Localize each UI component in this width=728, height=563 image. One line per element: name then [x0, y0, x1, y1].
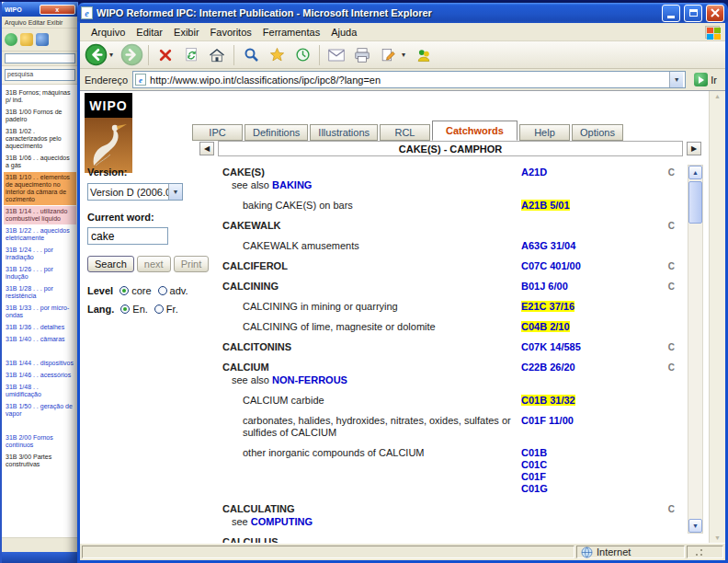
bg-list-item[interactable]: 31B 1/24 . . . por irradiação	[4, 245, 76, 263]
search-button[interactable]	[239, 43, 263, 67]
bg-list-item[interactable]: 31B 1/00 Fornos de padeiro	[4, 107, 76, 125]
search-button-form[interactable]: Search	[87, 256, 134, 272]
tab-options[interactable]: Options	[572, 124, 623, 141]
compilation-link[interactable]: C	[668, 342, 675, 352]
level-option-adv[interactable]: adv.	[158, 285, 188, 296]
bg-list-item[interactable]: 31B 1/46 . . acessórios	[4, 370, 76, 381]
compilation-link[interactable]: C	[668, 282, 675, 292]
bg-home-icon[interactable]	[36, 33, 49, 46]
tab-help[interactable]: Help	[519, 124, 570, 141]
bg-list-item[interactable]: 31B 1/33 . . por micro-ondas	[4, 303, 76, 321]
bg-list-item[interactable]: 31B 2/00 Fornos contínuos	[4, 432, 76, 451]
version-select[interactable]: Version D (2006.01) ▼	[87, 183, 183, 201]
tab-illustrations[interactable]: Illustrations	[310, 124, 378, 141]
compilation-link[interactable]: C	[668, 221, 675, 231]
catchword-cross-link[interactable]: COMPUTING	[251, 516, 313, 527]
compilation-link[interactable]: C	[668, 504, 675, 514]
bg-list-item[interactable]	[4, 346, 76, 357]
next-button[interactable]: next	[137, 256, 171, 272]
bg-list-item[interactable]: 31B 3/00 Partes construtivas	[4, 452, 76, 470]
menu-ferramentas[interactable]: Ferramentas	[257, 25, 325, 40]
ipc-code-link[interactable]: C01F 11/00	[521, 415, 574, 426]
compilation-link[interactable]: C	[668, 167, 675, 178]
bg-list-item[interactable]: 31B 1/50 . . geração de vapor	[4, 401, 76, 419]
menu-exibir[interactable]: Exibir	[168, 25, 205, 40]
scroll-up-button[interactable]: ▲	[688, 166, 702, 179]
ipc-code-link[interactable]: B01J 6/00	[521, 281, 568, 292]
back-button[interactable]	[84, 43, 108, 67]
ipc-code-link[interactable]: C07K 14/585	[521, 341, 581, 352]
print-button-form[interactable]: Print	[174, 256, 210, 272]
compilation-link[interactable]: C	[668, 261, 675, 271]
stop-button[interactable]	[154, 43, 177, 67]
bg-list-item[interactable]: 31B 1/06 . . aquecidos a gás	[4, 153, 76, 171]
bg-list-item[interactable]: 31B 1/36 . . detalhes	[4, 322, 76, 333]
messenger-button[interactable]	[412, 43, 436, 67]
ipc-code-link[interactable]: A63G 31/04	[521, 240, 575, 251]
compilation-link[interactable]: C	[668, 362, 675, 373]
ipc-code-link[interactable]: C01B	[521, 447, 547, 458]
bg-close-button[interactable]: x	[40, 5, 76, 15]
minimize-button[interactable]	[662, 5, 680, 22]
ipc-code-link[interactable]: C07C 401/00	[521, 260, 581, 271]
bg-list-item[interactable]: 31B 1/22 . . aquecidos eletricamente	[4, 225, 76, 244]
bg-search-input[interactable]: pesquisa	[5, 69, 75, 81]
edit-dropdown-icon[interactable]: ▾	[402, 51, 410, 59]
current-word-input[interactable]	[87, 227, 168, 245]
level-option-core[interactable]: core	[119, 285, 151, 296]
bg-list-item[interactable]	[4, 420, 76, 431]
bg-list-item[interactable]: 31B Fornos; máquinas p/ ind.	[4, 87, 76, 106]
next-page-button[interactable]: ▶	[687, 142, 701, 155]
address-input[interactable]: e http://www.wipo.int/classifications/ip…	[132, 71, 686, 88]
bg-list-item[interactable]: 31B 1/40 . . câmaras	[4, 334, 76, 345]
ipc-code-link[interactable]: A21D	[521, 167, 547, 178]
bg-list-item[interactable]: 31B 1/02 . caracterizados pelo aquecimen…	[4, 126, 76, 152]
history-button[interactable]	[290, 43, 314, 67]
bg-list-item[interactable]: 31B 1/10 . . elementos de aquecimento no…	[4, 172, 76, 205]
lang-option-en[interactable]: En.	[120, 304, 148, 315]
ipc-code-link[interactable]: A21B 5/01	[521, 200, 570, 211]
go-button[interactable]: Ir	[690, 73, 721, 86]
resize-grip[interactable]	[691, 545, 704, 557]
close-button[interactable]	[706, 5, 724, 22]
menu-editar[interactable]: Editar	[131, 25, 168, 40]
bg-window-titlebar[interactable]: WIPO x	[2, 2, 78, 17]
page-scroll-up-icon[interactable]: ▲	[714, 93, 721, 99]
bg-address-input[interactable]	[5, 53, 75, 63]
ipc-code-link[interactable]: C22B 26/20	[521, 362, 575, 373]
menu-arquivo[interactable]: Arquivo	[85, 25, 131, 40]
lang-option-fr[interactable]: Fr.	[154, 304, 178, 315]
ipc-code-link[interactable]: C04B 2/10	[521, 321, 570, 332]
tab-definitions[interactable]: Definitions	[245, 124, 308, 141]
menu-favoritos[interactable]: Favoritos	[205, 25, 257, 40]
tab-catchwords[interactable]: Catchwords	[432, 121, 518, 141]
ipc-code-link[interactable]: C01C	[521, 459, 547, 470]
tab-rcl[interactable]: RCL	[380, 124, 430, 141]
ipc-code-link[interactable]: C01B 31/32	[521, 395, 575, 406]
favorites-button[interactable]	[265, 43, 289, 67]
catchword-cross-link[interactable]: NON-FERROUS	[272, 374, 347, 385]
address-dropdown-icon[interactable]: ▼	[669, 72, 683, 87]
bg-list-item[interactable]: 31B 1/28 . . . por resistência	[4, 283, 76, 302]
bg-list-item[interactable]: 31B 1/26 . . . por indução	[4, 264, 76, 282]
menu-ajuda[interactable]: Ajuda	[325, 25, 362, 40]
bg-list-item[interactable]: 31B 1/48 . . umidificação	[4, 382, 76, 400]
print-button[interactable]	[350, 43, 374, 67]
catchword-cross-link[interactable]: BAKING	[272, 179, 312, 190]
bg-list-item[interactable]: 31B 1/14 . . utilizando combustível líqu…	[4, 206, 76, 224]
mail-button[interactable]	[324, 43, 348, 67]
scroll-down-button[interactable]: ▼	[688, 519, 702, 533]
frame-scrollbar[interactable]: ▲ ▼	[688, 165, 703, 534]
ipc-code-link[interactable]: C01G	[521, 483, 548, 494]
back-dropdown-icon[interactable]: ▾	[109, 51, 118, 59]
forward-button[interactable]	[119, 43, 143, 67]
bg-list-item[interactable]: 31B 1/44 . . dispositivos	[4, 358, 76, 369]
home-button[interactable]	[205, 43, 229, 67]
ipc-code-link[interactable]: C01F	[521, 471, 546, 482]
title-bar[interactable]: e WIPO Reformed IPC: Internet Publicatio…	[77, 3, 728, 23]
scroll-thumb[interactable]	[688, 181, 702, 224]
page-scroll-down-icon[interactable]: ▼	[714, 534, 721, 541]
prev-page-button[interactable]: ◀	[199, 142, 214, 155]
edit-button[interactable]	[376, 43, 400, 67]
ipc-code-link[interactable]: E21C 37/16	[521, 301, 574, 312]
